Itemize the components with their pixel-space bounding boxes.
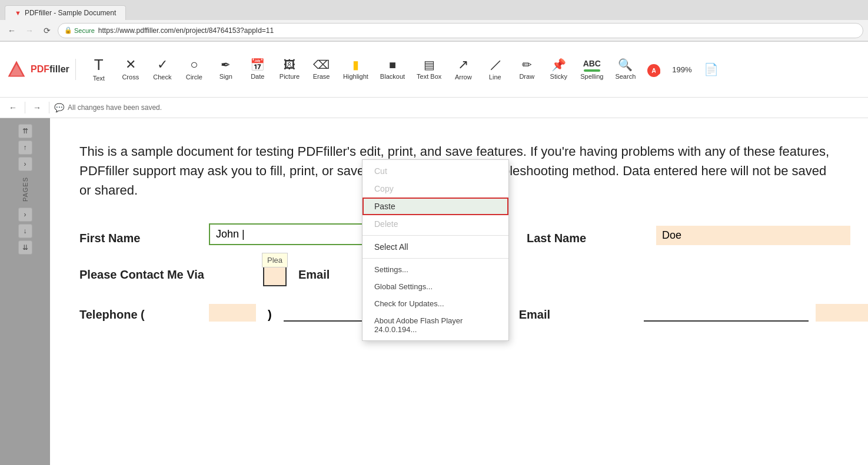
tool-circle[interactable]: ○ Circle bbox=[179, 55, 209, 84]
pages-label: PAGES bbox=[22, 177, 29, 202]
menu-item-global-settings[interactable]: Global Settings... bbox=[363, 278, 508, 295]
menu-item-cut[interactable]: Cut bbox=[363, 162, 508, 180]
tool-picture[interactable]: 🖼 Picture bbox=[275, 55, 304, 83]
tool-check[interactable]: ✓ Check bbox=[148, 55, 177, 84]
circle-tool-icon: ○ bbox=[190, 58, 198, 71]
logo-area: PDFfiller bbox=[6, 59, 76, 80]
spelling-abc-icon: ABC bbox=[583, 59, 601, 68]
browser-nav: ← → ⟳ 🔒 Secure https://www.pdffiller.com… bbox=[0, 20, 868, 41]
browser-tabs: ▼ PDFfiller - Sample Document bbox=[0, 0, 868, 20]
scroll-down[interactable]: ↓ bbox=[18, 224, 32, 238]
tool-date[interactable]: 📅 Date bbox=[243, 55, 272, 83]
menu-item-copy[interactable]: Copy bbox=[363, 180, 508, 198]
menu-item-paste[interactable]: Paste bbox=[363, 198, 508, 215]
check-tool-label: Check bbox=[153, 73, 171, 81]
zoom-control[interactable]: 199% bbox=[667, 62, 696, 78]
cross-tool-icon: ✕ bbox=[125, 58, 136, 71]
arrow-tool-icon: ↗ bbox=[458, 58, 468, 71]
circle-tool-label: Circle bbox=[186, 73, 202, 81]
status-area: 💬 All changes have been saved. bbox=[54, 103, 162, 112]
scroll-top-top[interactable]: ⇈ bbox=[18, 124, 32, 138]
tool-sign[interactable]: ✒ Sign bbox=[211, 55, 241, 83]
date-tool-icon: 📅 bbox=[250, 59, 265, 71]
textbox-tool-label: Text Box bbox=[417, 73, 441, 80]
menu-select-all-label: Select All bbox=[374, 242, 408, 252]
menu-separator-1 bbox=[363, 235, 508, 236]
main-area: ⇈ ↑ › PAGES › ↓ ⇊ This is a sample docum… bbox=[0, 118, 868, 465]
tool-textbox[interactable]: ▤ Text Box bbox=[412, 55, 446, 83]
email-filled-input[interactable] bbox=[816, 304, 868, 322]
cursor: | bbox=[242, 228, 245, 240]
last-name-label: Last Name bbox=[527, 232, 644, 245]
menu-about-label: About Adobe Flash Player 24.0.0.194... bbox=[374, 316, 497, 334]
line-tool-icon: — bbox=[486, 55, 504, 73]
notification-dot bbox=[656, 70, 660, 75]
active-tab[interactable]: ▼ PDFfiller - Sample Document bbox=[5, 5, 126, 20]
back-button[interactable]: ← bbox=[5, 24, 19, 38]
url-text: https://www.pdffiller.com/en/project/847… bbox=[98, 26, 274, 35]
line-tool-label: Line bbox=[489, 73, 501, 81]
secure-label: Secure bbox=[74, 27, 95, 34]
tool-blackout[interactable]: ■ Blackout bbox=[375, 55, 410, 83]
tool-spelling[interactable]: ABC Spelling bbox=[576, 55, 608, 83]
spelling-bar-icon bbox=[584, 69, 600, 72]
tool-draw[interactable]: ✏ Draw bbox=[512, 55, 541, 83]
redo-button[interactable]: → bbox=[30, 101, 44, 115]
telephone-paren: ) bbox=[268, 308, 272, 322]
menu-item-select-all[interactable]: Select All bbox=[363, 238, 508, 256]
tool-arrow[interactable]: ↗ Arrow bbox=[448, 55, 478, 84]
menu-item-delete[interactable]: Delete bbox=[363, 215, 508, 233]
pdffiller-logo-icon bbox=[6, 59, 27, 80]
scroll-up[interactable]: ↑ bbox=[18, 140, 32, 155]
side-panel: ⇈ ↑ › PAGES › ↓ ⇊ bbox=[0, 118, 50, 465]
menu-copy-label: Copy bbox=[374, 184, 394, 193]
text-tool-icon: T bbox=[94, 57, 104, 72]
blackout-tool-icon: ■ bbox=[389, 59, 396, 71]
zoom-level: 199% bbox=[672, 65, 691, 74]
tool-highlight[interactable]: ▮ Highlight bbox=[338, 55, 373, 83]
arrow-tool-label: Arrow bbox=[455, 73, 472, 81]
spelling-tool-label: Spelling bbox=[580, 73, 603, 80]
last-name-input[interactable]: Doe bbox=[656, 226, 850, 245]
menu-check-updates-label: Check for Updates... bbox=[374, 299, 444, 308]
email-input[interactable] bbox=[644, 304, 809, 322]
telephone-area-input[interactable] bbox=[209, 304, 256, 322]
tool-text[interactable]: T Text bbox=[84, 53, 114, 85]
scroll-down-arrow[interactable]: › bbox=[18, 208, 32, 222]
address-bar[interactable]: 🔒 Secure https://www.pdffiller.com/en/pr… bbox=[58, 23, 863, 38]
picture-tool-icon: 🖼 bbox=[284, 59, 295, 71]
undo-button[interactable]: ← bbox=[6, 101, 20, 115]
tool-search[interactable]: 🔍 Search bbox=[610, 55, 640, 83]
cross-tool-label: Cross bbox=[122, 73, 139, 81]
scroll-bottom[interactable]: ⇊ bbox=[18, 240, 32, 255]
sub-toolbar: ← → 💬 All changes have been saved. bbox=[0, 98, 868, 118]
tool-line[interactable]: — Line bbox=[480, 55, 510, 84]
search-tool-icon: 🔍 bbox=[618, 59, 633, 71]
reload-button[interactable]: ⟳ bbox=[40, 24, 54, 38]
logo-text: PDFfiller bbox=[31, 64, 69, 75]
user-avatar-area[interactable]: A bbox=[643, 61, 665, 78]
tool-doc[interactable]: 📄 bbox=[699, 60, 723, 79]
menu-item-about[interactable]: About Adobe Flash Player 24.0.0.194... bbox=[363, 312, 508, 338]
status-message: All changes have been saved. bbox=[68, 103, 162, 112]
tool-cross[interactable]: ✕ Cross bbox=[116, 55, 145, 84]
scroll-right[interactable]: › bbox=[18, 157, 32, 171]
search-tool-label: Search bbox=[615, 73, 636, 80]
pdf-canvas: This is a sample document for testing PD… bbox=[50, 118, 868, 465]
browser-chrome: ▼ PDFfiller - Sample Document ← → ⟳ 🔒 Se… bbox=[0, 0, 868, 42]
menu-delete-label: Delete bbox=[374, 219, 398, 229]
comment-icon: 💬 bbox=[54, 103, 64, 112]
doc-tool-icon: 📄 bbox=[704, 63, 719, 75]
first-name-value: John bbox=[216, 228, 239, 240]
highlight-tool-label: Highlight bbox=[343, 73, 368, 80]
tool-erase[interactable]: ⌫ Erase bbox=[307, 55, 336, 83]
context-menu: Cut Copy Paste Delete Select All Setting… bbox=[362, 159, 509, 341]
menu-item-check-updates[interactable]: Check for Updates... bbox=[363, 295, 508, 312]
tool-sticky[interactable]: 📌 Sticky bbox=[544, 55, 573, 83]
toolbar-divider bbox=[25, 102, 25, 113]
highlight-tool-icon: ▮ bbox=[352, 59, 359, 71]
last-name-value: Doe bbox=[662, 229, 681, 241]
menu-item-settings[interactable]: Settings... bbox=[363, 261, 508, 278]
first-name-input[interactable]: John | bbox=[209, 223, 385, 245]
forward-button[interactable]: → bbox=[22, 24, 36, 38]
